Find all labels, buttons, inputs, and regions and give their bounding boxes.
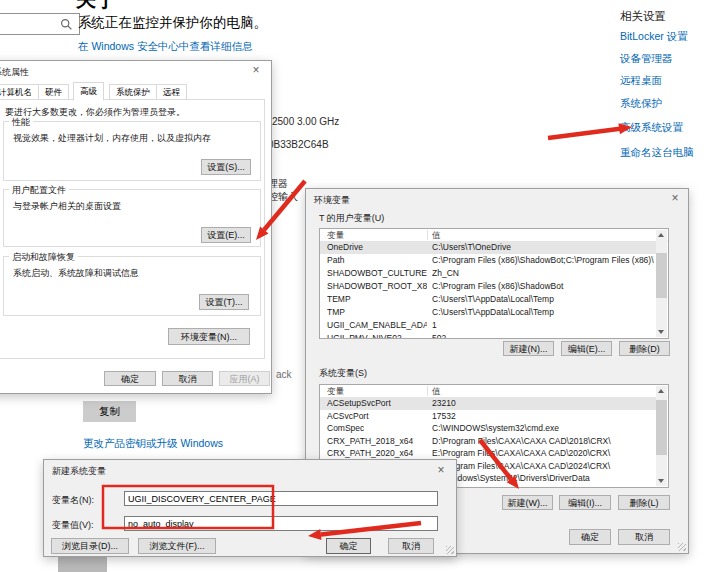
variable-value-label: 变量值(V): <box>52 519 94 532</box>
startup-settings-button[interactable]: 设置(T)... <box>199 294 249 310</box>
close-icon[interactable]: × <box>668 192 682 206</box>
settings-search-box[interactable] <box>0 13 80 35</box>
bg-fragment-cpu: 2500 3.00 GHz <box>272 116 339 127</box>
performance-desc: 视觉效果，处理器计划，内存使用，以及虚拟内存 <box>13 132 211 145</box>
table-row[interactable]: CRX_PATH_2020_x64E:\Program Files\CAXA\C… <box>320 447 656 460</box>
column-divider[interactable] <box>427 230 428 240</box>
environment-variables-button[interactable]: 环境变量(N)... <box>168 328 250 345</box>
system-properties-title: 系统属性 <box>0 66 29 79</box>
system-delete-button[interactable]: 删除(L) <box>618 495 670 510</box>
performance-group-label: 性能 <box>9 116 33 129</box>
user-new-button[interactable]: 新建(N)... <box>503 341 554 356</box>
variable-name-input[interactable] <box>124 491 438 506</box>
table-row[interactable]: UGII_PMV_NIVE02502 <box>320 332 656 338</box>
table-row[interactable]: SHADOWBOT_ROOT_X86C:\Program Files (x86)… <box>320 280 656 293</box>
table-row[interactable]: SHADOWBOT_CULTUREZh_CN <box>320 267 656 280</box>
related-link-system-protection[interactable]: 系统保护 <box>620 97 662 111</box>
tab-hardware[interactable]: 硬件 <box>38 84 69 100</box>
tab-system-protection[interactable]: 系统保护 <box>109 84 157 100</box>
related-link-remote-desktop[interactable]: 远程桌面 <box>620 74 662 88</box>
table-row[interactable]: OneDriveC:\Users\T\OneDrive <box>320 241 656 254</box>
column-header-value[interactable]: 值 <box>432 385 441 397</box>
scrollbar[interactable] <box>656 386 667 486</box>
related-link-advanced-system-settings[interactable]: 高级系统设置 <box>620 121 683 135</box>
resize-grip[interactable] <box>678 543 686 551</box>
newvar-ok-button[interactable]: 确定 <box>326 538 371 554</box>
user-profiles-desc: 与登录帐户相关的桌面设置 <box>13 200 121 213</box>
table-row[interactable]: TEMPC:\Users\T\AppData\Local\Temp <box>320 293 656 306</box>
close-icon[interactable]: × <box>434 464 448 478</box>
user-variables-table[interactable]: 变量 值 OneDriveC:\Users\T\OneDrive PathC:\… <box>319 228 669 339</box>
system-properties-dialog: 系统属性 × 计算机名 硬件 高级 系统保护 远程 要进行大多数更改，你必须作为… <box>0 60 272 394</box>
newvar-dialog-title: 新建系统变量 <box>52 465 106 478</box>
tab-remote[interactable]: 远程 <box>156 84 187 100</box>
table-row[interactable]: ComSpecC:\WINDOWS\system32\cmd.exe <box>320 422 656 435</box>
table-row[interactable]: ACSvcPort17532 <box>320 410 656 423</box>
new-system-variable-dialog: 新建系统变量 × 变量名(N): 变量值(V): 浏览目录(D)... 浏览文件… <box>43 459 457 557</box>
user-edit-button[interactable]: 编辑(E)... <box>561 341 612 356</box>
sysprops-cancel-button[interactable]: 取消 <box>162 371 213 386</box>
sysprops-apply-button: 应用(A) <box>219 371 270 386</box>
about-page-title: 关于 <box>76 0 116 13</box>
sysprops-ok-button[interactable]: 确定 <box>104 371 156 386</box>
related-settings-title: 相关设置 <box>620 9 666 24</box>
close-icon[interactable]: × <box>249 64 263 78</box>
related-link-device-manager[interactable]: 设备管理器 <box>620 52 673 66</box>
security-headline: 系统正在监控并保护你的电脑。 <box>78 14 267 32</box>
bg-fragment-back: ack <box>276 369 292 380</box>
scroll-up-icon[interactable] <box>658 389 664 393</box>
scroll-up-icon[interactable] <box>658 233 664 237</box>
env-cancel-button[interactable]: 取消 <box>618 529 670 545</box>
system-edit-button[interactable]: 编辑(I)... <box>559 495 611 510</box>
user-table-body: OneDriveC:\Users\T\OneDrive PathC:\Progr… <box>320 241 656 338</box>
table-row[interactable]: CRX_PATH_2018_x64D:\Program Files\CAXA\C… <box>320 435 656 448</box>
change-product-key-link[interactable]: 更改产品密钥或升级 Windows <box>83 437 223 451</box>
user-profiles-settings-button[interactable]: 设置(E)... <box>201 227 251 243</box>
column-header-name[interactable]: 变量 <box>327 385 344 397</box>
related-link-bitlocker[interactable]: BitLocker 设置 <box>620 30 688 44</box>
user-variables-section-label: T 的用户变量(U) <box>319 212 384 225</box>
system-variables-section-label: 系统变量(S) <box>319 367 367 380</box>
browse-directory-button[interactable]: 浏览目录(D)... <box>51 538 129 554</box>
env-dialog-title: 环境变量 <box>314 194 350 207</box>
table-row[interactable]: UGII_CAM_ENABLE_ADAPT...1 <box>320 319 656 332</box>
table-row[interactable]: PathC:\Program Files (x86)\ShadowBot;C:\… <box>320 254 656 267</box>
performance-settings-button[interactable]: 设置(S)... <box>201 159 251 175</box>
related-link-rename-pc[interactable]: 重命名这台电脑 <box>620 146 694 160</box>
tab-computer-name[interactable]: 计算机名 <box>0 84 39 100</box>
variable-name-label: 变量名(N): <box>52 494 94 507</box>
browse-file-button[interactable]: 浏览文件(F)... <box>138 538 216 554</box>
table-row[interactable]: ACSetupSvcPort23210 <box>320 397 656 410</box>
variable-value-input[interactable] <box>124 516 438 531</box>
scroll-down-icon[interactable] <box>658 330 664 334</box>
startup-recovery-group-label: 启动和故障恢复 <box>9 251 78 264</box>
table-row[interactable]: TMPC:\Users\T\AppData\Local\Temp <box>320 306 656 319</box>
env-ok-button[interactable]: 确定 <box>569 529 611 545</box>
startup-recovery-desc: 系统启动、系统故障和调试信息 <box>13 267 139 280</box>
copy-button[interactable]: 复制 <box>83 401 136 422</box>
system-new-button[interactable]: 新建(W)... <box>502 495 553 510</box>
search-icon <box>60 17 73 35</box>
tab-advanced[interactable]: 高级 <box>73 82 104 101</box>
scrollbar-thumb[interactable] <box>656 253 667 298</box>
newvar-cancel-button[interactable]: 取消 <box>388 538 434 554</box>
column-header-value[interactable]: 值 <box>432 229 441 241</box>
bg-gray-box <box>58 556 107 572</box>
scrollbar-thumb[interactable] <box>656 400 667 455</box>
security-center-link[interactable]: 在 Windows 安全中心中查看详细信息 <box>78 40 252 54</box>
user-delete-button[interactable]: 删除(D) <box>619 341 670 356</box>
column-header-name[interactable]: 变量 <box>327 229 344 241</box>
resize-grip[interactable] <box>446 546 454 554</box>
scrollbar[interactable] <box>656 230 667 337</box>
bg-fragment-touch: 控输入 <box>268 190 298 204</box>
bg-fragment-device-id: 0B33B2C64B <box>268 139 329 150</box>
column-divider[interactable] <box>427 386 428 396</box>
user-profiles-group-label: 用户配置文件 <box>9 184 69 197</box>
scroll-down-icon[interactable] <box>658 479 664 483</box>
